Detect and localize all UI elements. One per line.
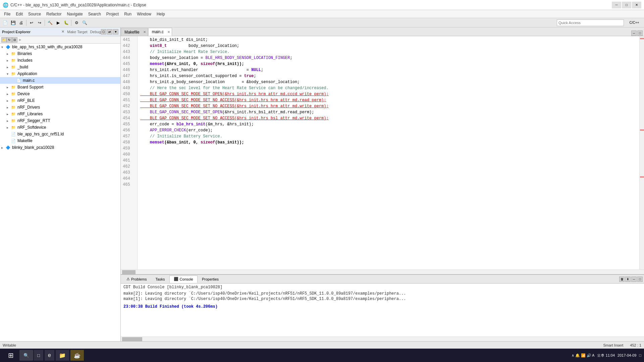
status-insert-mode: Smart Insert (603, 343, 623, 347)
debug-tab[interactable]: Debug (90, 30, 101, 34)
tree-item-includes[interactable]: ▸📁Includes (0, 57, 120, 64)
tree-item-mainc[interactable]: 📄main.c (0, 77, 120, 84)
header-sep: ✕ (61, 29, 64, 34)
close-mainc-icon[interactable]: ✕ (167, 30, 170, 34)
close-button[interactable]: ✕ (632, 2, 641, 8)
view-menu-button[interactable]: ▼ (113, 29, 118, 35)
tab-makefile[interactable]: Makefile ✕ (121, 28, 148, 36)
toolbar-build[interactable]: 🔨 (46, 19, 54, 26)
menu-file[interactable]: File (1, 11, 13, 17)
toolbar-print[interactable]: 🖨 (17, 19, 25, 26)
menu-edit[interactable]: Edit (13, 11, 25, 17)
item-icon: 📁 (11, 105, 16, 110)
toolbar-run[interactable]: ▶ (54, 19, 62, 26)
taskbar-files[interactable]: 📁 (56, 350, 69, 361)
console-horizontal-scrollbar[interactable] (121, 337, 644, 341)
taskbar-edge[interactable]: e (45, 350, 54, 361)
refresh-button[interactable]: ↻ (7, 37, 12, 43)
taskbar-view[interactable]: □ (34, 350, 43, 361)
tree-item-device[interactable]: ▸📁Device (0, 90, 120, 97)
menu-refactor[interactable]: Refactor (44, 11, 64, 17)
tree-item-nrf_libraries[interactable]: ▸📁nRF_Libraries (0, 111, 120, 117)
toolbar-btn5[interactable]: 🔍 (81, 19, 88, 26)
tree-item-root[interactable]: ▾🔷ble_app_hrs_s130_with_dfu_pca10028 (0, 44, 120, 50)
toolbar-undo[interactable]: ↩ (28, 19, 35, 26)
item-label: Binaries (17, 51, 32, 56)
tree-item-build[interactable]: ▸📁_build (0, 64, 120, 70)
toolbar-sep3 (71, 20, 71, 26)
tree-item-blinky[interactable]: ▸🔷blinky_blank_pca10028 (0, 144, 120, 151)
toolbar-debug[interactable]: 🐛 (62, 19, 70, 26)
filter-button[interactable]: ⊟ (12, 37, 17, 43)
tree-item-linker[interactable]: 📄ble_app_hrs_gcc_nrf51.ld (0, 131, 120, 137)
tab-problems[interactable]: ⚠ Problems (122, 276, 151, 283)
tree-item-board_support[interactable]: ▸📁Board Support (0, 84, 120, 90)
perspective-cpp-btn[interactable]: C/C++ (626, 19, 643, 26)
menu-source[interactable]: Source (25, 11, 44, 17)
line-num-450: 450 (123, 91, 135, 97)
new-button[interactable]: 📁 (1, 37, 7, 43)
arrow-icon: ▸ (7, 99, 11, 103)
tab-properties[interactable]: Properties (198, 276, 223, 283)
console-maximize-button[interactable]: □ (637, 277, 643, 282)
menu-navigate[interactable]: Navigate (64, 11, 85, 17)
toolbar-redo[interactable]: ↪ (36, 19, 43, 26)
tree-item-nrf_softdevice[interactable]: ▸📁nRF_Softdevice (0, 124, 120, 131)
quick-access-input[interactable] (558, 21, 622, 25)
tab-console[interactable]: ⬛ Console (169, 276, 198, 283)
menu-search[interactable]: Search (86, 11, 104, 17)
minimize-editor-button[interactable]: ─ (631, 31, 637, 36)
h-scroll-thumb[interactable] (122, 270, 136, 274)
notification-icon[interactable]: □ (639, 353, 641, 357)
taskbar-eclipse[interactable]: ☕ (70, 350, 84, 361)
maximize-button[interactable]: □ (622, 2, 631, 8)
window-controls: ─ □ ✕ (612, 2, 641, 8)
console-scroll-button[interactable]: ⬇ (625, 277, 631, 282)
code-line-456: BLE_GAP_CONN_SEC_MODE_SET_NO_ACCESS(&hrs… (140, 103, 637, 109)
console-clear-button[interactable]: 🗑 (619, 277, 625, 282)
editor-scrollbar[interactable] (639, 36, 644, 269)
tab-mainc[interactable]: main.c ✕ (148, 28, 172, 36)
console-icon: ⬛ (174, 277, 178, 281)
tree-item-makefile_item[interactable]: 📄Makefile (0, 137, 120, 144)
tree-item-nrf_drivers[interactable]: ▸📁nRF_Drivers (0, 104, 120, 111)
tree-item-application[interactable]: ▾📁Application (0, 70, 120, 77)
menu-run[interactable]: Run (121, 11, 134, 17)
menu-help[interactable]: Help (154, 11, 168, 17)
toolbar: 📄 💾 🖨 ↩ ↪ 🔨 ▶ 🐛 ⚙ 🔍 C/C++ (0, 18, 644, 27)
tree-item-nrf_ble[interactable]: ▸📁nRF_BLE (0, 97, 120, 104)
line-num-464: 464 (123, 176, 135, 182)
item-icon: 📄 (11, 131, 16, 137)
editor-horizontal-scrollbar[interactable] (121, 269, 644, 274)
item-label: nRF_Softdevice (17, 125, 46, 130)
start-button[interactable]: ⊞ (3, 350, 19, 361)
item-label: nRF_Drivers (17, 105, 40, 110)
toolbar-btn4[interactable]: ⚙ (73, 19, 80, 26)
quick-access-box[interactable] (557, 19, 624, 26)
toolbar-save[interactable]: 💾 (9, 19, 17, 26)
tab-tasks[interactable]: Tasks (151, 276, 169, 283)
toolbar-new[interactable]: 📄 (1, 19, 9, 26)
project-explorer-title: Project Explorer (2, 30, 59, 34)
project-explorer-header: Project Explorer ✕ Make Target Debug ⬡ ⇄… (0, 27, 120, 36)
link-with-editor-button[interactable]: ⇄ (107, 29, 112, 35)
item-label: Makefile (17, 138, 33, 143)
tree-item-nrf_segger[interactable]: ▸📁nRF_Segger_RTT (0, 117, 120, 124)
close-makefile-icon[interactable]: ✕ (143, 30, 146, 34)
minimize-button[interactable]: ─ (612, 2, 621, 8)
code-editor[interactable]: ble_dis_init_t dis_init; uint8_t body_se… (138, 36, 639, 269)
tree-item-binaries[interactable]: ▸📁Binaries (0, 50, 120, 57)
code-line-454: BLE_GAP_CONN_SEC_MODE_SET_OPEN(&hrs_init… (140, 91, 637, 97)
console-minimize-button[interactable]: ─ (631, 277, 637, 282)
line-num-444: 444 (123, 55, 135, 61)
taskbar-cortana[interactable]: 🔍 (19, 350, 33, 361)
console-scroll-thumb[interactable] (122, 337, 142, 341)
line-num-451: 451 (123, 97, 135, 103)
make-target-tab[interactable]: Make Target (67, 30, 87, 34)
menu-window[interactable]: Window (134, 11, 154, 17)
collapse-all-button[interactable]: ⬡ (101, 29, 106, 35)
problems-icon: ⚠ (126, 277, 130, 281)
maximize-editor-button[interactable]: □ (637, 31, 643, 36)
line-num-456: 456 (123, 127, 135, 133)
menu-project[interactable]: Project (104, 11, 121, 17)
